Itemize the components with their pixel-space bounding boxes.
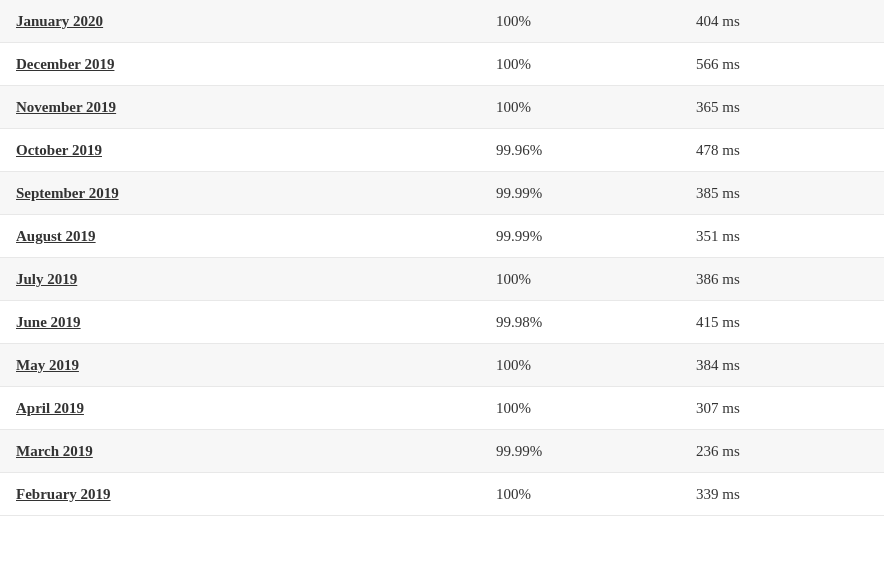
month-link[interactable]: May 2019 [16, 357, 79, 373]
uptime-value: 100% [496, 400, 531, 416]
uptime-value: 99.99% [496, 228, 542, 244]
table-row: September 201999.99%385 ms [0, 172, 884, 215]
response-value: 236 ms [696, 443, 740, 459]
response-value: 404 ms [696, 13, 740, 29]
response-value: 351 ms [696, 228, 740, 244]
response-value: 478 ms [696, 142, 740, 158]
uptime-table: January 2020100%404 msDecember 2019100%5… [0, 0, 884, 516]
response-value: 384 ms [696, 357, 740, 373]
uptime-value: 99.99% [496, 443, 542, 459]
response-value: 415 ms [696, 314, 740, 330]
response-value: 307 ms [696, 400, 740, 416]
month-link[interactable]: December 2019 [16, 56, 114, 72]
table-row: August 201999.99%351 ms [0, 215, 884, 258]
uptime-value: 99.96% [496, 142, 542, 158]
table-row: January 2020100%404 ms [0, 0, 884, 43]
month-link[interactable]: October 2019 [16, 142, 102, 158]
table-row: December 2019100%566 ms [0, 43, 884, 86]
month-link[interactable]: March 2019 [16, 443, 93, 459]
uptime-value: 100% [496, 99, 531, 115]
table-row: February 2019100%339 ms [0, 473, 884, 516]
uptime-value: 100% [496, 56, 531, 72]
month-link[interactable]: July 2019 [16, 271, 77, 287]
uptime-value: 100% [496, 271, 531, 287]
month-link[interactable]: January 2020 [16, 13, 103, 29]
uptime-value: 99.98% [496, 314, 542, 330]
month-link[interactable]: June 2019 [16, 314, 81, 330]
response-value: 365 ms [696, 99, 740, 115]
uptime-value: 100% [496, 357, 531, 373]
month-link[interactable]: April 2019 [16, 400, 84, 416]
month-link[interactable]: August 2019 [16, 228, 96, 244]
table-row: July 2019100%386 ms [0, 258, 884, 301]
response-value: 385 ms [696, 185, 740, 201]
response-value: 566 ms [696, 56, 740, 72]
uptime-value: 99.99% [496, 185, 542, 201]
uptime-value: 100% [496, 13, 531, 29]
table-row: March 201999.99%236 ms [0, 430, 884, 473]
table-row: April 2019100%307 ms [0, 387, 884, 430]
response-value: 386 ms [696, 271, 740, 287]
response-value: 339 ms [696, 486, 740, 502]
table-row: May 2019100%384 ms [0, 344, 884, 387]
month-link[interactable]: September 2019 [16, 185, 119, 201]
table-row: October 201999.96%478 ms [0, 129, 884, 172]
month-link[interactable]: November 2019 [16, 99, 116, 115]
table-row: June 201999.98%415 ms [0, 301, 884, 344]
month-link[interactable]: February 2019 [16, 486, 111, 502]
uptime-value: 100% [496, 486, 531, 502]
table-row: November 2019100%365 ms [0, 86, 884, 129]
